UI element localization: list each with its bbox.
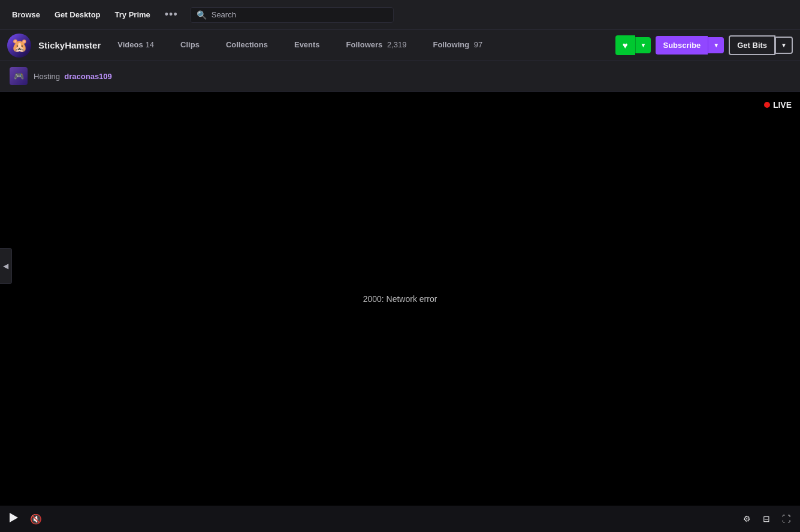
subscribe-dropdown-button[interactable]: ▼ [708, 37, 724, 53]
tab-collections[interactable]: Collections [216, 30, 277, 61]
live-dot [764, 102, 770, 108]
channel-name[interactable]: StickyHamster [38, 40, 101, 50]
live-badge: LIVE [764, 100, 792, 110]
fullscreen-button[interactable]: ⛶ [780, 512, 793, 526]
hosting-text: Hosting draconas109 [34, 72, 112, 81]
heart-button[interactable]: ♥ [615, 35, 635, 55]
sidebar-collapse-button[interactable]: ◀ [0, 248, 12, 284]
channel-nav-right: ♥ ▼ Subscribe ▼ Get Bits ▼ [615, 35, 793, 55]
host-avatar: 🎮 [10, 67, 28, 85]
tab-following[interactable]: Following 97 [423, 30, 492, 61]
heart-button-group: ♥ ▼ [615, 35, 651, 55]
tab-clips[interactable]: Clips [171, 30, 209, 61]
getbits-button-group: Get Bits ▼ [729, 35, 793, 55]
try-prime-link[interactable]: Try Prime [110, 7, 155, 23]
channel-nav-left: StickyHamster Videos 14 Clips Collection… [7, 30, 615, 61]
hosted-channel-link[interactable]: draconas109 [64, 72, 112, 81]
subscribe-button[interactable]: Subscribe [656, 36, 708, 55]
channel-navigation: StickyHamster Videos 14 Clips Collection… [0, 30, 800, 61]
top-navigation: Browse Get Desktop Try Prime ••• 🔍 [0, 0, 800, 30]
theatre-icon: ⊟ [763, 514, 770, 524]
play-button[interactable] [7, 510, 20, 527]
tab-followers[interactable]: Followers 2,319 [337, 30, 416, 61]
get-desktop-link[interactable]: Get Desktop [50, 7, 105, 23]
heart-icon: ♥ [623, 40, 628, 50]
search-input[interactable] [212, 10, 387, 19]
play-icon [10, 513, 18, 525]
live-label: LIVE [773, 100, 792, 110]
hosting-bar: 🎮 Hosting draconas109 [0, 61, 800, 92]
video-player[interactable]: 2000: Network error LIVE [0, 92, 800, 506]
more-options-button[interactable]: ••• [160, 6, 183, 23]
getbits-button[interactable]: Get Bits [729, 35, 775, 55]
subscribe-button-group: Subscribe ▼ [656, 36, 724, 55]
getbits-dropdown-button[interactable]: ▼ [775, 37, 793, 54]
chevron-left-icon: ◀ [3, 262, 8, 270]
volume-icon: 🔇 [30, 513, 42, 525]
tab-events[interactable]: Events [285, 30, 330, 61]
search-bar: 🔍 [190, 7, 394, 23]
volume-button[interactable]: 🔇 [28, 511, 44, 527]
search-icon: 🔍 [197, 10, 207, 20]
video-controls: 🔇 ⚙ ⊟ ⛶ [0, 506, 800, 532]
tab-videos[interactable]: Videos 14 [108, 30, 164, 61]
gear-icon: ⚙ [743, 514, 751, 524]
settings-button[interactable]: ⚙ [741, 512, 753, 526]
error-message: 2000: Network error [363, 294, 437, 304]
browse-link[interactable]: Browse [7, 7, 45, 23]
heart-dropdown-button[interactable]: ▼ [635, 37, 651, 53]
main-content: 🎮 Hosting draconas109 2000: Network erro… [0, 61, 800, 532]
fullscreen-icon: ⛶ [782, 514, 790, 524]
theatre-mode-button[interactable]: ⊟ [760, 512, 772, 526]
avatar[interactable] [7, 34, 31, 58]
channel-avatar-image [7, 34, 31, 58]
